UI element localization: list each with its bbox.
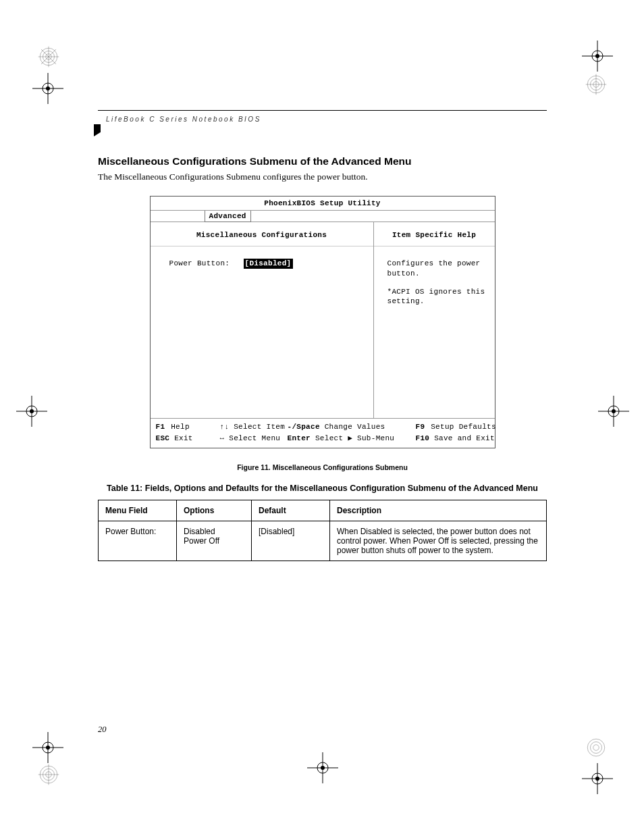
key-enter-label: Select ▶ Sub-Menu	[315, 434, 394, 442]
registration-mark-icon	[32, 73, 63, 104]
svg-point-41	[587, 739, 605, 756]
page-content: LifeBook C Series Notebook BIOS Miscella…	[98, 111, 547, 561]
svg-point-16	[591, 79, 602, 90]
svg-point-47	[595, 777, 599, 781]
svg-point-20	[26, 406, 37, 417]
svg-point-23	[30, 409, 34, 413]
svg-point-42	[591, 742, 602, 754]
th-options: Options	[177, 500, 252, 521]
key-f1: F1	[156, 423, 165, 431]
svg-point-34	[46, 772, 52, 778]
svg-point-28	[43, 742, 53, 753]
crop-rosette-icon	[585, 736, 608, 759]
key-esc: ESC	[156, 434, 170, 442]
cell-default: [Disabled]	[252, 521, 330, 561]
bios-field-label: Power Button:	[169, 259, 244, 269]
key-leftright-label: Select Menu	[229, 434, 280, 442]
key-change: -/Space	[288, 423, 320, 431]
bios-help-pane: Item Specific Help Configures the power …	[374, 222, 495, 418]
intro-paragraph: The Miscellaneous Configurations Submenu…	[98, 172, 547, 182]
key-f10: F10	[416, 434, 430, 442]
bios-tab-advanced[interactable]: Advanced	[205, 211, 251, 222]
registration-mark-icon	[32, 732, 63, 763]
key-enter: Enter	[288, 434, 311, 442]
svg-point-31	[46, 746, 50, 750]
header-rule	[98, 110, 547, 111]
svg-point-1	[43, 51, 55, 63]
bios-field-power-button[interactable]: Power Button: [Disabled]	[169, 259, 367, 269]
key-f9: F9	[416, 423, 425, 431]
svg-line-5	[41, 49, 56, 64]
table-title: Table 11: Fields, Options and Defaults f…	[98, 484, 547, 493]
svg-point-32	[40, 766, 57, 783]
th-description: Description	[330, 500, 547, 521]
bios-help-line: *ACPI OS ignores this setting.	[387, 287, 488, 307]
bios-left-pane: Miscellaneous Configurations Power Butto…	[151, 222, 374, 418]
registration-mark-icon	[307, 752, 338, 783]
running-header: LifeBook C Series Notebook BIOS	[106, 115, 547, 123]
key-f10-label: Save and Exit	[434, 434, 495, 442]
svg-point-7	[43, 83, 53, 94]
svg-point-17	[593, 82, 599, 88]
svg-point-44	[592, 773, 603, 784]
key-f1-label: Help	[171, 423, 190, 431]
crop-rosette-icon	[585, 73, 608, 96]
svg-point-2	[46, 54, 52, 60]
bios-figure: PhoenixBIOS Setup Utility Advanced Misce…	[150, 196, 495, 448]
cell-options: Disabled Power Off	[177, 521, 252, 561]
svg-line-6	[41, 49, 56, 64]
svg-point-43	[593, 745, 599, 751]
bios-tab-row: Advanced	[151, 211, 495, 221]
registration-mark-icon	[598, 396, 629, 427]
bios-field-value[interactable]: [Disabled]	[244, 259, 293, 269]
bios-left-heading: Miscellaneous Configurations	[151, 222, 373, 246]
registration-mark-icon	[16, 396, 47, 427]
registration-mark-icon	[582, 763, 613, 794]
svg-point-15	[587, 76, 605, 93]
svg-point-14	[595, 54, 599, 58]
svg-point-33	[43, 769, 55, 781]
svg-point-24	[608, 406, 619, 417]
th-menu-field: Menu Field	[99, 500, 177, 521]
key-updown-label: Select Item	[234, 423, 285, 431]
bios-right-heading: Item Specific Help	[374, 222, 495, 246]
key-f9-label: Setup Defaults	[431, 423, 496, 431]
key-change-label: Change Values	[325, 423, 385, 431]
spec-table: Menu Field Options Default Description P…	[98, 500, 547, 561]
key-esc-label: Exit	[174, 434, 193, 442]
key-updown: ↑↓	[220, 423, 230, 431]
svg-point-11	[592, 51, 603, 61]
crop-rosette-icon	[37, 45, 60, 68]
section-heading: Miscellaneous Configurations Submenu of …	[98, 155, 547, 167]
bios-title: PhoenixBIOS Setup Utility	[151, 197, 495, 211]
svg-point-0	[40, 48, 57, 66]
figure-caption: Figure 11. Miscellaneous Configurations …	[98, 463, 547, 471]
svg-point-40	[321, 766, 325, 770]
cell-desc: When Disabled is selected, the power but…	[330, 521, 547, 561]
table-header-row: Menu Field Options Default Description	[99, 500, 547, 521]
table-row: Power Button: Disabled Power Off [Disabl…	[99, 521, 547, 561]
page-number: 20	[98, 725, 107, 735]
key-leftright: ↔	[220, 434, 225, 442]
bios-footer: F1 Help ↑↓ Select Item -/Space Change Va…	[151, 419, 495, 448]
svg-point-27	[612, 409, 616, 413]
svg-point-10	[46, 86, 50, 90]
cell-field: Power Button:	[99, 521, 177, 561]
registration-mark-icon	[582, 41, 613, 72]
svg-point-37	[317, 762, 328, 773]
bios-help-line: Configures the power button.	[387, 259, 488, 279]
th-default: Default	[252, 500, 330, 521]
crop-rosette-icon	[37, 763, 60, 786]
